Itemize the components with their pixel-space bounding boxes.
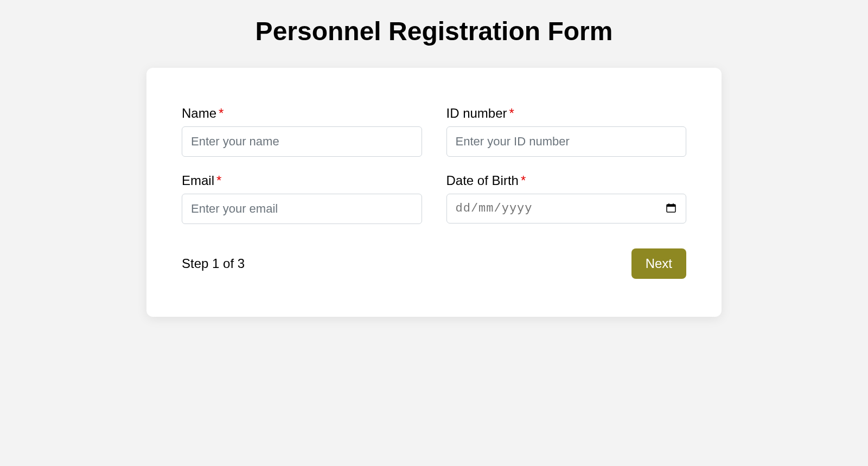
- required-asterisk: *: [521, 173, 526, 188]
- name-label-text: Name: [182, 106, 216, 120]
- name-input[interactable]: [182, 126, 422, 157]
- email-label: Email*: [182, 173, 422, 188]
- page-title: Personnel Registration Form: [146, 16, 722, 46]
- dob-field-group: Date of Birth*: [446, 173, 687, 224]
- email-label-text: Email: [182, 173, 214, 188]
- required-asterisk: *: [216, 173, 221, 188]
- dob-label-text: Date of Birth: [446, 173, 519, 188]
- name-field-group: Name*: [182, 106, 422, 157]
- email-field-group: Email*: [182, 173, 422, 224]
- id-number-label-text: ID number: [446, 106, 507, 120]
- step-indicator: Step 1 of 3: [182, 256, 245, 271]
- next-button[interactable]: Next: [631, 248, 686, 279]
- id-number-label: ID number*: [446, 106, 687, 121]
- form-footer: Step 1 of 3 Next: [182, 248, 686, 279]
- form-card: Name* ID number* Email*: [146, 68, 722, 317]
- required-asterisk: *: [509, 106, 514, 120]
- email-input[interactable]: [182, 194, 422, 224]
- required-asterisk: *: [219, 106, 224, 120]
- id-number-field-group: ID number*: [446, 106, 687, 157]
- name-label: Name*: [182, 106, 422, 121]
- dob-input[interactable]: [446, 194, 687, 224]
- dob-label: Date of Birth*: [446, 173, 687, 188]
- id-number-input[interactable]: [446, 126, 687, 157]
